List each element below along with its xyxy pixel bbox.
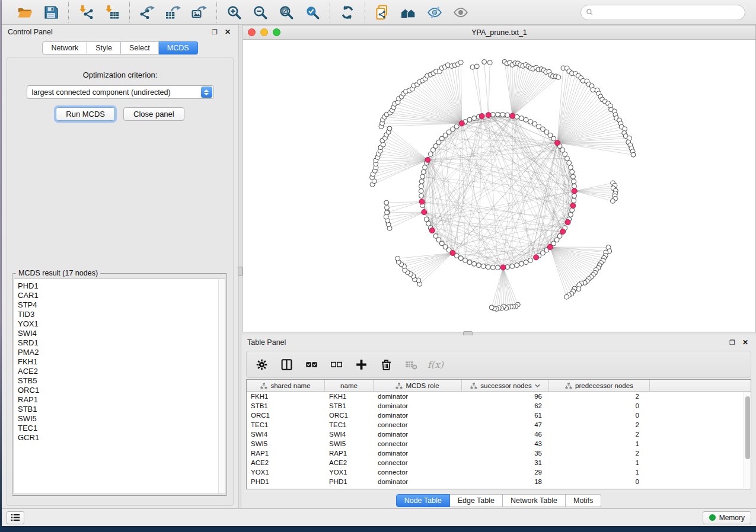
graph-node[interactable] (564, 294, 569, 299)
graph-node[interactable] (515, 263, 519, 268)
mcds-list-scrollbar[interactable] (218, 279, 225, 493)
mcds-result-item[interactable]: STP4 (18, 300, 225, 310)
graph-node[interactable] (384, 200, 389, 205)
table-scrollbar[interactable] (744, 392, 750, 488)
graph-node[interactable] (482, 59, 487, 64)
table-close-button[interactable]: ✕ (741, 338, 750, 347)
graph-node[interactable] (419, 194, 424, 198)
network-canvas[interactable] (243, 40, 755, 332)
graph-node[interactable] (426, 222, 431, 226)
graph-node[interactable] (481, 264, 486, 268)
graph-node[interactable] (572, 198, 576, 203)
mcds-result-item[interactable]: RAP1 (18, 395, 225, 405)
table-row[interactable]: RAP1RAP1dominator352 (247, 448, 751, 458)
graph-node-mcds[interactable] (459, 121, 464, 126)
column-header-shared-name[interactable]: shared name (247, 380, 325, 391)
graph-node[interactable] (467, 260, 472, 265)
graph-node[interactable] (564, 156, 569, 161)
tab-node-table[interactable]: Node Table (396, 494, 450, 507)
graph-node-mcds[interactable] (500, 265, 506, 270)
graph-node[interactable] (510, 264, 515, 268)
graph-node-mcds[interactable] (479, 114, 484, 119)
graph-node-mcds[interactable] (560, 229, 566, 234)
zoom-in-button[interactable] (224, 3, 244, 22)
close-panel-button-mcds[interactable]: Close panel (123, 107, 184, 121)
table-row[interactable]: TEC1TEC1connector472 (247, 420, 751, 430)
memory-button[interactable]: Memory (703, 511, 751, 524)
import-table-button[interactable] (102, 3, 122, 22)
table-row[interactable]: STB1STB1dominator620 (247, 401, 751, 411)
mcds-result-item[interactable]: SWI4 (18, 329, 225, 338)
graph-node[interactable] (419, 179, 424, 184)
mcds-result-item[interactable]: GCR1 (18, 433, 225, 443)
search-input[interactable] (597, 8, 740, 17)
mcds-result-item[interactable]: CAR1 (18, 291, 225, 300)
export-table-button[interactable] (163, 3, 183, 22)
add-column-button[interactable] (353, 357, 369, 372)
mcds-result-item[interactable]: STB5 (18, 376, 225, 386)
mcds-result-item[interactable]: ORC1 (18, 386, 225, 395)
mcds-result-item[interactable]: SWI5 (18, 414, 225, 424)
tab-style[interactable]: Style (87, 41, 121, 55)
graph-node[interactable] (490, 265, 495, 270)
run-mcds-button[interactable]: Run MCDS (56, 107, 115, 121)
tab-mcds[interactable]: MCDS (159, 41, 198, 55)
graph-node[interactable] (496, 112, 500, 117)
export-network-button[interactable] (137, 3, 157, 22)
graph-node[interactable] (591, 88, 595, 92)
table-row[interactable]: SWI5SWI5connector431 (247, 439, 751, 448)
export-image-button[interactable] (189, 3, 209, 22)
graph-node[interactable] (528, 258, 533, 262)
float-panel-button[interactable]: ❐ (210, 27, 219, 37)
hide-selected-button[interactable] (425, 3, 445, 22)
graph-node[interactable] (519, 116, 524, 121)
mcds-result-item[interactable]: TEC1 (18, 424, 225, 433)
mcds-result-item[interactable]: ACE2 (18, 367, 225, 376)
graph-node-mcds[interactable] (450, 251, 455, 256)
mcds-result-list[interactable]: PHD1CAR1STP4TID3YOX1SWI4SRD1PMA2FKH1ACE2… (14, 278, 225, 494)
graph-node[interactable] (570, 169, 575, 174)
graph-node[interactable] (631, 152, 636, 157)
tab-select[interactable]: Select (121, 41, 159, 55)
tab-network[interactable]: Network (42, 41, 87, 55)
graph-node[interactable] (387, 126, 392, 131)
table-row[interactable]: SWI4SWI4dominator462 (247, 430, 751, 439)
column-header-name[interactable]: name (325, 380, 374, 391)
graph-node[interactable] (489, 305, 494, 310)
graph-node[interactable] (424, 217, 429, 222)
graph-node-mcds[interactable] (554, 140, 560, 146)
graph-node[interactable] (385, 210, 390, 215)
graph-node[interactable] (421, 169, 426, 174)
graph-node[interactable] (572, 179, 576, 184)
table-row[interactable]: ORC1ORC1dominator610 (247, 411, 751, 420)
show-all-button[interactable] (451, 3, 471, 22)
graph-node[interactable] (568, 165, 573, 170)
mcds-result-item[interactable]: PMA2 (18, 348, 225, 357)
zoom-out-button[interactable] (250, 3, 270, 22)
graph-node[interactable] (505, 113, 510, 117)
settings-button[interactable] (254, 357, 269, 372)
table-row[interactable]: FKH1FKH1dominator962 (247, 392, 751, 401)
graph-node-mcds[interactable] (486, 113, 491, 118)
graph-node[interactable] (420, 174, 425, 179)
column-header-successor-nodes[interactable]: successor nodes (462, 380, 549, 391)
graph-node[interactable] (572, 184, 577, 188)
graph-node[interactable] (384, 214, 388, 219)
mcds-result-item[interactable]: YOX1 (18, 319, 225, 329)
tab-edge-table[interactable]: Edge Table (450, 494, 503, 507)
mcds-result-item[interactable]: STB1 (18, 405, 225, 414)
graph-node[interactable] (423, 165, 428, 170)
graph-node[interactable] (528, 120, 533, 124)
mcds-result-item[interactable]: SRD1 (18, 338, 225, 348)
graph-node[interactable] (458, 60, 463, 65)
first-neighbors-button[interactable] (398, 3, 419, 22)
mcds-result-item[interactable]: TID3 (18, 310, 225, 319)
tab-network-table[interactable]: Network Table (503, 494, 566, 507)
import-network-button[interactable] (76, 3, 96, 22)
graph-node[interactable] (500, 112, 505, 117)
select-all-button[interactable] (304, 357, 319, 372)
graph-node[interactable] (463, 258, 468, 262)
graph-node[interactable] (419, 188, 423, 193)
graph-node[interactable] (551, 136, 556, 141)
graph-node[interactable] (610, 198, 615, 203)
